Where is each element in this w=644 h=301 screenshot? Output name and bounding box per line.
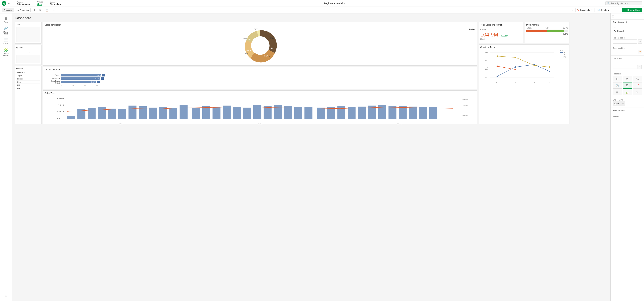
content-area: Dashboard Year Quarter · · · Region <box>12 14 610 301</box>
sales-trend-chart[interactable]: Sales Trend 6M 4M 2M 0 <box>43 90 478 124</box>
list-item[interactable]: Japan <box>16 74 40 77</box>
search-bar[interactable]: 🔍 <box>606 1 642 5</box>
svg-rect-37 <box>304 107 312 119</box>
thumb-line[interactable]: 📈 <box>632 83 642 89</box>
list-item[interactable]: Nordic <box>16 77 40 81</box>
svg-rect-26 <box>192 108 200 119</box>
margin-value: · 43.25M · <box>500 35 509 37</box>
top5-customers-chart[interactable]: Top 5 Customers Paracel 5.69M PageWave 5… <box>43 67 478 89</box>
svg-point-61 <box>496 76 498 77</box>
year-filter-title: Year <box>16 24 40 26</box>
sheets-icon: 📄 <box>597 9 600 11</box>
profit-margin-chart[interactable]: Profit Margin -50.0% 0.0% 50.0% 41.3% <box>525 22 570 43</box>
svg-point-69 <box>496 66 498 67</box>
title-section: Title <box>610 25 644 35</box>
sidebar-item-charts[interactable]: 📊 Charts <box>1 37 12 46</box>
sidebar-item-bottom[interactable]: ⊟ <box>1 292 12 299</box>
prev-sheet-button[interactable]: ‹ <box>612 8 616 12</box>
svg-text:9.9%: 9.9% <box>248 38 251 40</box>
nav-narrate-label: Narrate <box>50 1 61 3</box>
undo-button[interactable]: ↩ <box>563 8 568 12</box>
thumb-layout2[interactable]: ⊟ <box>612 89 622 95</box>
thumb-pie[interactable]: ◔ <box>623 76 632 82</box>
svg-rect-20 <box>128 106 136 119</box>
donut-chart: USA UK Japan Nordic Spain 45.5% 26.9% 11… <box>44 27 476 64</box>
title-expression-input[interactable] <box>612 40 637 44</box>
top5-title: Top 5 Customers <box>44 68 476 71</box>
show-condition-input[interactable] <box>612 50 637 54</box>
svg-rect-39 <box>327 107 335 119</box>
list-item[interactable]: Germany <box>16 71 40 74</box>
assets-button[interactable]: ⊡ Assets <box>2 8 14 12</box>
list-item[interactable]: UK <box>16 84 40 87</box>
thumb-layout[interactable]: ⊡ <box>612 76 622 82</box>
list-item[interactable]: Spain <box>16 81 40 84</box>
svg-rect-24 <box>170 108 177 119</box>
nav-narrate[interactable]: Narrate Storytelling <box>46 0 64 7</box>
sheets-button[interactable]: 📄 Sheets ▼ <box>596 8 611 12</box>
region-filter[interactable]: Region Germany Japan Nordic Spain UK USA <box>15 66 42 124</box>
title-input[interactable] <box>612 29 642 33</box>
actions-label: Actions <box>612 116 642 118</box>
quarterly-trend-chart[interactable]: Quarterly Trend Year 2012 2013 <box>479 44 570 124</box>
nav-analyze[interactable]: Analyze Sheet <box>34 0 46 7</box>
svg-rect-21 <box>139 106 146 119</box>
app-title[interactable]: Beginner's tutorial ▼ <box>64 2 606 5</box>
sidebar-item-master-items[interactable]: 🔗 Master items <box>1 25 12 36</box>
svg-rect-49 <box>430 107 437 119</box>
grid-spacing-label: Grid spacing <box>612 99 642 101</box>
search-input[interactable] <box>611 2 640 5</box>
year-filter[interactable]: Year <box>15 22 42 44</box>
thumb-bar[interactable]: 📊 <box>623 89 632 95</box>
svg-rect-22 <box>149 108 157 119</box>
bar-secondary <box>102 74 105 77</box>
bookmarks-button[interactable]: 🔖 Bookmarks ▼ <box>576 8 594 12</box>
svg-rect-17 <box>98 107 106 119</box>
list-item[interactable]: USA <box>16 87 40 90</box>
quarter-filter[interactable]: Quarter · · · <box>15 45 42 65</box>
bar-secondary <box>97 81 100 83</box>
thumb-clock[interactable]: 🕐 <box>612 83 622 89</box>
thumb-stacked[interactable]: 🏗 <box>632 89 642 95</box>
next-sheet-button[interactable]: › <box>617 8 621 12</box>
redo-button[interactable]: ↪ <box>569 8 574 12</box>
sales-per-region-chart[interactable]: Sales per Region <box>43 22 478 66</box>
copy-button[interactable]: ⧉ <box>38 8 43 12</box>
done-label: Done editing <box>628 9 640 11</box>
nav-prepare[interactable]: Prepare Data manager <box>13 0 34 7</box>
svg-rect-48 <box>419 107 427 119</box>
sidebar-item-custom-label: Custom objects <box>2 53 10 57</box>
delete-button[interactable]: 🗑 <box>52 8 57 12</box>
sidebar-item-custom-objects[interactable]: 🧩 Custom objects <box>1 47 12 58</box>
bar-secondary <box>100 77 104 80</box>
panel-layout-icon[interactable]: ⊡ <box>612 15 614 18</box>
qlik-logo[interactable]: Q <box>2 1 6 6</box>
svg-rect-27 <box>202 106 210 119</box>
description-fx-button[interactable]: ƒx <box>637 65 642 69</box>
sheet-properties-title: Sheet properties <box>610 20 644 25</box>
thumb-number[interactable]: #1 <box>632 76 642 82</box>
bookmarks-arrow: ▼ <box>591 9 593 11</box>
show-condition-section: Show condition ƒx <box>610 45 644 56</box>
done-editing-button[interactable]: ✓ Done editing <box>622 8 642 12</box>
svg-rect-38 <box>317 108 325 119</box>
actions-section: Actions <box>610 114 644 120</box>
grid-spacing-select[interactable]: Wide Medium Narrow <box>612 102 625 106</box>
svg-text:4M: 4M <box>57 104 64 106</box>
add-button[interactable]: ✚ <box>32 8 37 12</box>
year-legend-label: Year <box>560 49 567 51</box>
sidebar-item-fields[interactable]: ⊞ Fields <box>1 15 12 24</box>
properties-button[interactable]: ≡ Properties <box>16 8 30 12</box>
thumb-photo[interactable]: 🖼 <box>623 83 632 89</box>
total-sales-chart[interactable]: Total Sales and Margin Sales 104.9M · 43… <box>479 22 524 43</box>
title-expression-fx-button[interactable]: ƒx <box>638 40 642 44</box>
show-condition-fx-button[interactable]: ƒx <box>638 50 642 54</box>
app-menu-dots[interactable]: ··· <box>8 2 10 5</box>
svg-rect-15 <box>78 109 85 119</box>
paste-button[interactable]: 📋 <box>44 8 50 12</box>
svg-text:Q4: Q4 <box>548 82 550 83</box>
svg-rect-47 <box>409 107 417 119</box>
sidebar-item-fields-label: Fields <box>4 21 8 23</box>
svg-text:Spain: Spain <box>254 28 258 30</box>
svg-rect-30 <box>233 107 241 119</box>
